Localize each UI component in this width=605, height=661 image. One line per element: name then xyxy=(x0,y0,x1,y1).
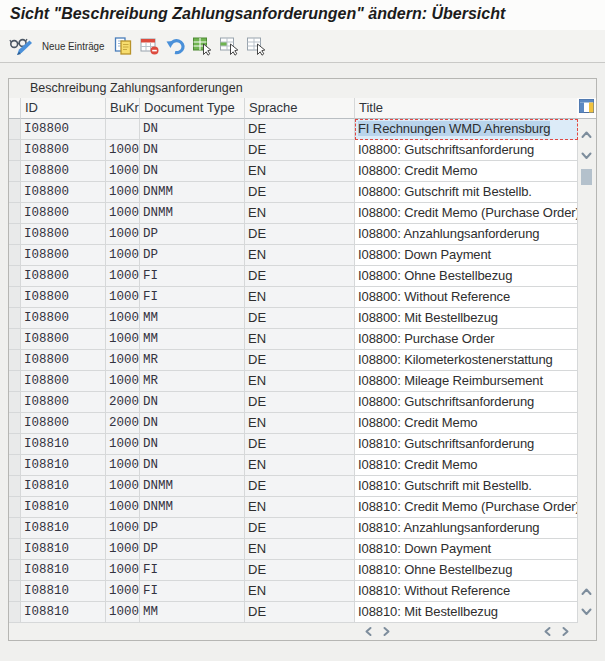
select-all-button[interactable] xyxy=(192,30,214,62)
cell-document-type: DN xyxy=(140,413,245,434)
copy-as-button[interactable] xyxy=(113,30,133,62)
row-selector[interactable] xyxy=(9,581,21,602)
cell-title[interactable]: I08800: Purchase Order xyxy=(355,329,578,350)
row-selector[interactable] xyxy=(9,161,21,182)
cell-title[interactable]: I08810: Credit Memo (Purchase Order) xyxy=(355,497,578,518)
cell-title[interactable]: I08800: Gutschriftsanforderung xyxy=(355,140,578,161)
cell-title[interactable]: I08800: Credit Memo xyxy=(355,161,578,182)
row-selector[interactable] xyxy=(9,245,21,266)
table-caption: Beschreibung Zahlungsanforderungen xyxy=(9,79,596,98)
vertical-scrollbar[interactable] xyxy=(577,79,596,640)
table-header-row: IDBuKrDocument TypeSpracheTitle xyxy=(9,98,578,119)
delete-entry-button[interactable] xyxy=(139,30,160,62)
row-selector[interactable] xyxy=(9,182,21,203)
cell-id: I08810 xyxy=(21,560,106,581)
cell-id: I08810 xyxy=(21,497,106,518)
cell-title[interactable]: I08800: Mileage Reimbursement xyxy=(355,371,578,392)
cell-title[interactable]: I08800: Anzahlungsanforderung xyxy=(355,224,578,245)
cell-title[interactable]: I08800: Gutschriftsanforderung xyxy=(355,392,578,413)
row-selector[interactable] xyxy=(9,539,21,560)
table-row: I088001000FIDEI08800: Ohne Bestellbezug xyxy=(9,266,578,287)
cell-title[interactable]: I08800: Kilometerkostenerstattung xyxy=(355,350,578,371)
cell-title[interactable]: FI Rechnungen WMD Ahrensburg xyxy=(355,119,578,140)
cell-document-type: DNMM xyxy=(140,182,245,203)
cell-title[interactable]: I08800: Without Reference xyxy=(355,287,578,308)
row-selector[interactable] xyxy=(9,224,21,245)
cell-sprache: EN xyxy=(245,539,355,560)
cell-document-type: MR xyxy=(140,350,245,371)
cell-title[interactable]: I08810: Gutschrift mit Bestellb. xyxy=(355,476,578,497)
row-selector[interactable] xyxy=(9,287,21,308)
cell-id: I08810 xyxy=(21,455,106,476)
row-selector[interactable] xyxy=(9,329,21,350)
column-header-title[interactable]: Title xyxy=(355,98,578,119)
cell-id: I08810 xyxy=(21,581,106,602)
scroll-up-bottom-icon[interactable] xyxy=(580,587,593,596)
scroll-left-icon[interactable] xyxy=(364,626,373,637)
cell-sprache: EN xyxy=(245,329,355,350)
cell-sprache: DE xyxy=(245,350,355,371)
table-row: I088001000DNMMENI08800: Credit Memo (Pur… xyxy=(9,203,578,224)
row-selector[interactable] xyxy=(9,392,21,413)
row-selector[interactable] xyxy=(9,266,21,287)
select-block-button[interactable] xyxy=(219,30,241,62)
cell-title[interactable]: I08810: Ohne Bestellbezug xyxy=(355,560,578,581)
cell-title[interactable]: I08800: Ohne Bestellbezug xyxy=(355,266,578,287)
cell-sprache: DE xyxy=(245,266,355,287)
cell-title[interactable]: I08800: Mit Bestellbezug xyxy=(355,308,578,329)
cell-title[interactable]: I08810: Down Payment xyxy=(355,539,578,560)
scroll-right-icon2[interactable] xyxy=(561,626,570,637)
table-row: I088101000DPENI08810: Down Payment xyxy=(9,539,578,560)
scroll-left-icon2[interactable] xyxy=(543,626,552,637)
cell-id: I08800 xyxy=(21,266,106,287)
cell-title[interactable]: I08810: Without Reference xyxy=(355,581,578,602)
table-row: I088101000DNENI08810: Credit Memo xyxy=(9,455,578,476)
table-settings-button[interactable] xyxy=(577,98,596,119)
table-row: I088101000DNMMDEI08810: Gutschrift mit B… xyxy=(9,476,578,497)
cell-title[interactable]: I08810: Gutschriftsanforderung xyxy=(355,434,578,455)
row-selector[interactable] xyxy=(9,140,21,161)
column-header-sprache[interactable]: Sprache xyxy=(245,98,355,119)
display-change-button[interactable] xyxy=(9,30,33,62)
cell-bukr: 1000 xyxy=(106,371,140,392)
cell-sprache: DE xyxy=(245,560,355,581)
row-selector[interactable] xyxy=(9,308,21,329)
row-selector[interactable] xyxy=(9,476,21,497)
vertical-scroll-thumb[interactable] xyxy=(581,169,592,185)
row-selector[interactable] xyxy=(9,350,21,371)
cell-document-type: DN xyxy=(140,392,245,413)
cell-title[interactable]: I08800: Credit Memo (Purchase Order) xyxy=(355,203,578,224)
cell-title[interactable]: I08810: Mit Bestellbezug xyxy=(355,602,578,623)
undo-button[interactable] xyxy=(165,30,186,62)
column-header-document-type[interactable]: Document Type xyxy=(140,98,245,119)
cell-title[interactable]: I08800: Gutschrift mit Bestellb. xyxy=(355,182,578,203)
scroll-down-bottom-icon[interactable] xyxy=(580,607,593,616)
row-selector[interactable] xyxy=(9,119,21,140)
deselect-all-button[interactable] xyxy=(246,30,268,62)
new-entries-label: Neue Einträge xyxy=(42,40,105,52)
row-selector[interactable] xyxy=(9,203,21,224)
row-selector[interactable] xyxy=(9,518,21,539)
scroll-up-icon[interactable] xyxy=(580,130,593,139)
cell-title[interactable]: I08810: Credit Memo xyxy=(355,455,578,476)
new-entries-button[interactable]: Neue Einträge xyxy=(42,30,116,62)
cell-title[interactable]: I08810: Anzahlungsanforderung xyxy=(355,518,578,539)
select-all-column-header[interactable] xyxy=(9,98,21,119)
column-header-bukr[interactable]: BuKr xyxy=(106,98,140,119)
table-row: I088001000DNENI08800: Credit Memo xyxy=(9,161,578,182)
cell-sprache: DE xyxy=(245,392,355,413)
row-selector[interactable] xyxy=(9,560,21,581)
scroll-right-icon[interactable] xyxy=(382,626,391,637)
column-header-id[interactable]: ID xyxy=(21,98,106,119)
row-selector[interactable] xyxy=(9,371,21,392)
row-selector[interactable] xyxy=(9,497,21,518)
row-selector[interactable] xyxy=(9,602,21,623)
row-selector[interactable] xyxy=(9,413,21,434)
row-selector[interactable] xyxy=(9,434,21,455)
cell-id: I08800 xyxy=(21,119,106,140)
cell-title[interactable]: I08800: Down Payment xyxy=(355,245,578,266)
table-row: I088101000MMDEI08810: Mit Bestellbezug xyxy=(9,602,578,623)
row-selector[interactable] xyxy=(9,455,21,476)
scroll-down-icon[interactable] xyxy=(580,151,593,160)
cell-title[interactable]: I08800: Credit Memo xyxy=(355,413,578,434)
